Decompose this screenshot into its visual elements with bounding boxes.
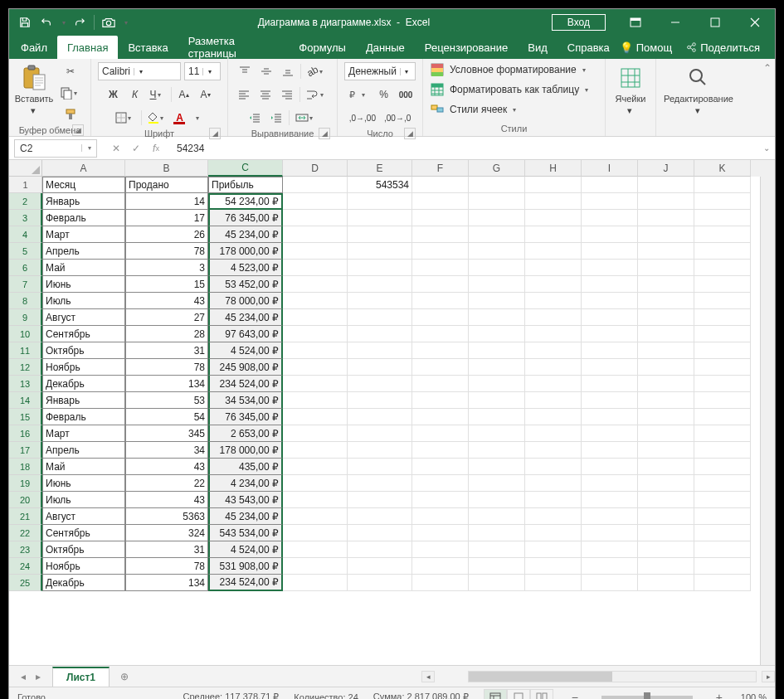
- cell-C8[interactable]: 78 000,00 ₽: [208, 293, 283, 309]
- cell-I5[interactable]: [582, 243, 638, 260]
- hscroll-left[interactable]: ◂: [421, 671, 435, 682]
- cell-H9[interactable]: [525, 309, 582, 326]
- cell-J23[interactable]: [638, 541, 694, 558]
- column-header-F[interactable]: F: [412, 160, 469, 177]
- row-header[interactable]: 2: [9, 193, 42, 210]
- font-name-combo[interactable]: Calibri▾: [98, 62, 181, 80]
- cell-B9[interactable]: 27: [125, 309, 208, 326]
- cell-H25[interactable]: [525, 575, 582, 591]
- cell-D8[interactable]: [283, 293, 348, 309]
- cell-K4[interactable]: [694, 226, 751, 243]
- new-sheet-button[interactable]: ⊕: [114, 667, 134, 687]
- column-header-E[interactable]: E: [348, 160, 412, 177]
- cell-D24[interactable]: [283, 558, 348, 575]
- cell-F15[interactable]: [412, 409, 469, 425]
- font-launcher[interactable]: ◢: [209, 128, 221, 139]
- cell-K25[interactable]: [694, 575, 751, 591]
- cell-B11[interactable]: 31: [125, 342, 208, 359]
- cell-A10[interactable]: Сентябрь: [42, 326, 125, 342]
- cell-styles-button[interactable]: Стили ячеек▾: [430, 102, 520, 117]
- cell-K3[interactable]: [694, 210, 751, 226]
- cell-H20[interactable]: [525, 492, 582, 508]
- cell-F12[interactable]: [412, 359, 469, 376]
- cell-B3[interactable]: 17: [125, 210, 208, 226]
- cell-D23[interactable]: [283, 541, 348, 558]
- cell-G11[interactable]: [469, 342, 525, 359]
- align-middle-button[interactable]: [257, 62, 275, 80]
- cells-button[interactable]: Ячейки ▾: [612, 62, 649, 118]
- camera-icon[interactable]: [100, 13, 118, 32]
- cell-J4[interactable]: [638, 226, 694, 243]
- save-icon[interactable]: [16, 13, 34, 32]
- row-header[interactable]: 19: [9, 475, 42, 492]
- cell-K21[interactable]: [694, 508, 751, 525]
- cell-F25[interactable]: [412, 575, 469, 591]
- row-header[interactable]: 25: [9, 575, 42, 591]
- cell-F18[interactable]: [412, 459, 469, 475]
- column-header-K[interactable]: K: [694, 160, 751, 177]
- tell-me-button[interactable]: 💡 Помощ: [620, 41, 672, 54]
- sheet-nav-next[interactable]: ▸: [32, 671, 44, 682]
- cell-A20[interactable]: Июль: [42, 492, 125, 508]
- cell-D25[interactable]: [283, 575, 348, 591]
- cell-I21[interactable]: [582, 508, 638, 525]
- alignment-launcher[interactable]: ◢: [319, 128, 330, 139]
- cell-E10[interactable]: [348, 326, 412, 342]
- cell-A13[interactable]: Декабрь: [42, 376, 125, 392]
- cell-B15[interactable]: 54: [125, 409, 208, 425]
- cell-B20[interactable]: 43: [125, 492, 208, 508]
- cell-C7[interactable]: 53 452,00 ₽: [208, 276, 283, 293]
- cell-H7[interactable]: [525, 276, 582, 293]
- format-painter-button[interactable]: [61, 105, 80, 124]
- tab-review[interactable]: Рецензирование: [415, 36, 518, 59]
- cell-E25[interactable]: [348, 575, 412, 591]
- cell-A17[interactable]: Апрель: [42, 442, 125, 459]
- cell-B10[interactable]: 28: [125, 326, 208, 342]
- cell-G9[interactable]: [469, 309, 525, 326]
- cell-C25[interactable]: 234 524,00 ₽: [208, 575, 283, 591]
- formula-input[interactable]: 54234: [170, 143, 758, 154]
- align-right-button[interactable]: [278, 85, 296, 104]
- tab-page-layout[interactable]: Разметка страницы: [178, 36, 290, 59]
- cell-J25[interactable]: [638, 575, 694, 591]
- cell-H2[interactable]: [525, 193, 582, 210]
- cell-K7[interactable]: [694, 276, 751, 293]
- cell-D1[interactable]: [283, 177, 348, 193]
- cell-D2[interactable]: [283, 193, 348, 210]
- insert-function-icon[interactable]: fx: [147, 139, 165, 158]
- cell-A22[interactable]: Сентябрь: [42, 525, 125, 541]
- horizontal-scrollbar[interactable]: [468, 671, 757, 682]
- zoom-slider[interactable]: [601, 696, 693, 699]
- cell-G2[interactable]: [469, 193, 525, 210]
- column-header-I[interactable]: I: [582, 160, 638, 177]
- cell-I2[interactable]: [582, 193, 638, 210]
- cell-G18[interactable]: [469, 459, 525, 475]
- tab-formulas[interactable]: Формулы: [289, 36, 356, 59]
- cell-D21[interactable]: [283, 508, 348, 525]
- cell-C6[interactable]: 4 523,00 ₽: [208, 260, 283, 276]
- cell-J17[interactable]: [638, 442, 694, 459]
- cell-F19[interactable]: [412, 475, 469, 492]
- cell-E8[interactable]: [348, 293, 412, 309]
- cell-G16[interactable]: [469, 425, 525, 442]
- tab-view[interactable]: Вид: [518, 36, 558, 59]
- cell-G23[interactable]: [469, 541, 525, 558]
- bold-button[interactable]: Ж: [105, 85, 123, 104]
- decrease-indent-button[interactable]: [246, 109, 264, 127]
- cell-C22[interactable]: 543 534,00 ₽: [208, 525, 283, 541]
- cell-F11[interactable]: [412, 342, 469, 359]
- cell-I10[interactable]: [582, 326, 638, 342]
- cell-E21[interactable]: [348, 508, 412, 525]
- cell-I7[interactable]: [582, 276, 638, 293]
- cell-D5[interactable]: [283, 243, 348, 260]
- cell-A24[interactable]: Ноябрь: [42, 558, 125, 575]
- number-format-combo[interactable]: Денежный▾: [344, 62, 416, 80]
- column-header-G[interactable]: G: [469, 160, 525, 177]
- cell-F6[interactable]: [412, 260, 469, 276]
- italic-button[interactable]: К: [126, 85, 144, 104]
- cell-G15[interactable]: [469, 409, 525, 425]
- cell-K19[interactable]: [694, 475, 751, 492]
- cell-B25[interactable]: 134: [125, 575, 208, 591]
- cell-I6[interactable]: [582, 260, 638, 276]
- cell-F24[interactable]: [412, 558, 469, 575]
